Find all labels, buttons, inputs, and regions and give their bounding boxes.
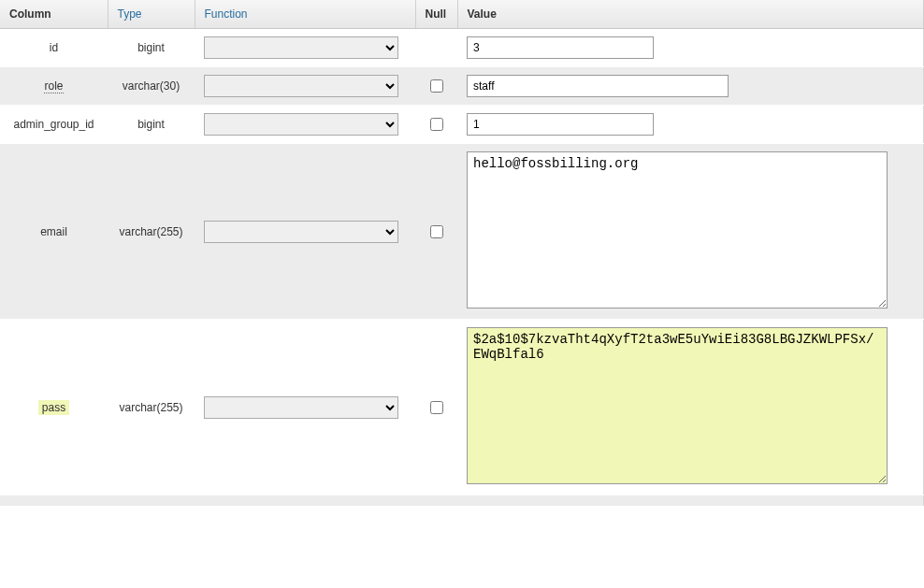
value-cell: hello@fossbilling.org	[457, 144, 924, 320]
table-row: passvarchar(255)$2a$10$7kzvaTht4qXyfT2ta…	[0, 320, 924, 495]
table-row: rolevarchar(30)	[0, 67, 924, 106]
value-cell	[457, 67, 924, 106]
table-row	[0, 495, 924, 506]
value-input[interactable]	[467, 75, 729, 97]
type-cell: varchar(255)	[108, 144, 195, 320]
column-name-cell: admin_group_id	[0, 106, 108, 144]
header-null: Null	[415, 0, 457, 29]
value-cell	[457, 106, 924, 144]
function-select[interactable]	[204, 396, 398, 419]
header-type[interactable]: Type	[108, 0, 195, 29]
null-checkbox[interactable]	[430, 225, 443, 238]
column-name: admin_group_id	[13, 118, 94, 131]
table-row: admin_group_idbigint	[0, 106, 924, 144]
null-checkbox[interactable]	[430, 401, 443, 414]
function-cell	[195, 320, 415, 495]
table-row: idbigint	[0, 29, 924, 67]
type-cell: bigint	[108, 106, 195, 144]
column-name-cell: id	[0, 29, 108, 67]
column-name: email	[40, 225, 67, 238]
null-checkbox[interactable]	[430, 79, 443, 93]
type-cell: varchar(30)	[108, 67, 195, 106]
function-select[interactable]	[204, 75, 398, 97]
null-cell	[415, 144, 457, 320]
column-name: role	[44, 79, 63, 93]
null-cell	[415, 29, 457, 67]
function-cell	[195, 144, 415, 320]
column-name: id	[50, 41, 58, 54]
value-cell	[457, 29, 924, 67]
header-function[interactable]: Function	[195, 0, 415, 29]
column-name-cell: pass	[0, 320, 108, 495]
function-select[interactable]	[204, 36, 398, 59]
header-column: Column	[0, 0, 108, 29]
table-row: emailvarchar(255)hello@fossbilling.org	[0, 144, 924, 320]
value-textarea[interactable]: hello@fossbilling.org	[467, 151, 888, 308]
edit-table: Column Type Function Null Value idbigint…	[0, 0, 924, 506]
null-cell	[415, 106, 457, 144]
function-select[interactable]	[204, 221, 398, 243]
function-cell	[195, 67, 415, 106]
null-cell	[415, 320, 457, 495]
type-cell: varchar(255)	[108, 320, 195, 495]
column-name-cell: role	[0, 67, 108, 106]
function-select[interactable]	[204, 113, 398, 136]
value-input[interactable]	[467, 36, 654, 59]
function-cell	[195, 106, 415, 144]
table-header-row: Column Type Function Null Value	[0, 0, 924, 29]
null-cell	[415, 67, 457, 106]
value-cell: $2a$10$7kzvaTht4qXyfT2ta3wE5uYwiEi83G8LB…	[457, 320, 924, 495]
value-input[interactable]	[467, 113, 654, 136]
function-cell	[195, 29, 415, 67]
type-cell: bigint	[108, 29, 195, 67]
null-checkbox[interactable]	[430, 118, 443, 131]
column-name-cell: email	[0, 144, 108, 320]
value-textarea[interactable]: $2a$10$7kzvaTht4qXyfT2ta3wE5uYwiEi83G8LB…	[467, 327, 888, 484]
column-name: pass	[38, 400, 69, 415]
header-value: Value	[457, 0, 924, 29]
